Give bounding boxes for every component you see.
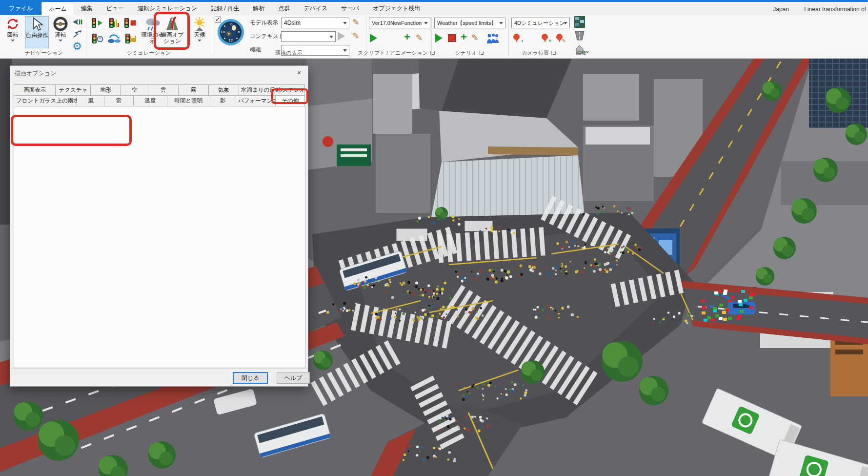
drive-button[interactable]: 運転 [51,16,70,48]
draw-options-label: 描画オプション [158,32,186,44]
scenario-edit-pencil-icon[interactable]: ✎ [471,33,478,43]
sun-icon [192,16,207,32]
menu-file[interactable]: ファイル [0,2,41,15]
dialog-title: 描画オプション [15,69,56,78]
flight-route-icon[interactable] [71,28,83,40]
group-navigation: ナビゲーション [25,49,63,57]
menu-device[interactable]: デバイス [297,2,334,15]
road-edit-icon[interactable] [574,30,585,41]
tab-weather[interactable]: 気象 [208,84,239,95]
tab-time-lighting[interactable]: 時間と照明 [167,95,210,106]
tab-performance[interactable]: パフォーマンス [236,95,276,106]
draw-options-dialog: 描画オプション × 画面表示 テクスチャ 地形 空 雲 霧 気象 水溜まりの反射… [10,65,308,387]
region-label: Japan [773,6,789,13]
weather-button[interactable]: 天候 [189,16,210,48]
tab-texture[interactable]: テクスチャ [55,84,91,95]
script-add-icon[interactable]: + [404,33,410,41]
model-display-label: モデル表示 [250,19,278,26]
scenario-launcher-icon[interactable] [480,51,484,55]
model-display-select[interactable]: 4Dsim [281,18,349,28]
script-launcher-icon[interactable] [430,51,435,55]
camera-position-select[interactable]: 4Dシミュレーション [511,18,570,28]
menu-analysis[interactable]: 解析 [246,2,271,15]
free-operation-label: 自由操作 [26,32,48,39]
group-env-display: 環境の表示 [275,49,302,57]
scenario-select[interactable]: Weather【speed limits】 [434,18,505,28]
menu-server[interactable]: サーバ [334,2,366,15]
road-paintbrush-icon [164,16,180,32]
group-scenario: シナリオ [455,49,484,57]
script-select[interactable]: Ver17.0NewFunction [369,18,430,28]
tab-fog[interactable]: 霧 [178,84,209,95]
signal-timer-icon[interactable] [90,33,105,44]
drive-dropdown-arrow[interactable] [59,40,62,41]
menu-object-detect[interactable]: オブジェクト検出 [366,2,427,15]
tab-row-2: フロントガラス上の雨水 風 雷 温度 時間と照明 影 パフォーマンス その他 [14,95,304,106]
pedestrians-icon[interactable] [486,34,500,43]
texture-edit-icon[interactable] [574,16,585,28]
tab-clouds[interactable]: 雲 [148,84,179,95]
context-select[interactable] [281,31,336,42]
menu-pointcloud[interactable]: 点群 [271,2,297,15]
tab-row-1: 画面表示 テクスチャ 地形 空 雲 霧 気象 水溜まりの反射/ステレオ [14,84,304,95]
menubar: ファイル ホーム 編集 ビュー 運転シミュレーション 記録 / 再生 解析 点群… [0,2,868,15]
flight-pause-icon[interactable] [71,16,83,28]
steering-wheel-icon [53,16,68,32]
tab-sky[interactable]: 空 [121,84,148,95]
script-play-icon[interactable] [370,34,377,42]
clock-18: 18 [221,30,225,34]
help-button[interactable]: ヘルプ [277,372,310,384]
menu-view[interactable]: ビュー [100,2,131,15]
menu-home[interactable]: ホーム [41,2,74,15]
moon-icon [232,25,238,31]
tab-terrain[interactable]: 地形 [90,84,121,95]
weather-dropdown-arrow[interactable] [198,40,202,41]
group-camera: カメラ位置 [522,49,556,57]
clock-12: 12 [228,38,233,42]
rotate-label: 回転 [7,32,19,38]
close-button[interactable]: 閉じる [233,372,268,384]
tab-wind[interactable]: 風 [77,95,104,106]
menu-driving-sim[interactable]: 運転シミュレーション [131,2,204,15]
model-edit-pencil-icon[interactable]: ✎ [352,17,359,27]
group-simulation: シミュレーション [127,49,171,57]
rotate-button[interactable]: 回転 [2,16,23,48]
environment-checkbox[interactable] [215,17,221,23]
settings-gear-icon[interactable]: ⚙ [71,41,83,52]
tab-other[interactable]: その他 [275,95,305,106]
tab-windshield-rain[interactable]: フロントガラス上の雨水 [14,95,77,106]
signal-save-icon[interactable] [123,33,139,44]
tab-panel-other [14,106,305,368]
context-edit-pencil-icon[interactable]: ✎ [352,31,359,41]
statusbar-right: Japan Linear transformation of [759,6,866,13]
time-clock-control[interactable]: 0 6 12 18 ☀ [218,19,244,45]
camera-edit-pin-icon[interactable]: ✎ [556,34,563,43]
traffic-stop-icon[interactable] [123,17,139,29]
tab-temperature[interactable]: 温度 [133,95,167,106]
draw-options-button[interactable]: 描画オプション [158,16,186,48]
camera-save-pin-icon[interactable]: ▪ [513,34,520,43]
menu-edit[interactable]: 編集 [74,2,100,15]
scenario-add-icon[interactable]: + [461,33,467,41]
transform-label: Linear transformation of [804,6,866,13]
dialog-close-button[interactable]: × [291,66,307,79]
tab-puddle-reflection[interactable]: 水溜まりの反射/ステレオ [239,84,305,95]
script-edit-pencil-icon[interactable]: ✎ [416,33,423,43]
camera-launcher-icon[interactable] [551,51,556,55]
traffic-swap-icon[interactable] [106,33,122,44]
scenario-play-icon[interactable] [435,34,443,42]
group-script: スクリプト / アニメーション [358,49,435,57]
tab-shadow[interactable]: 影 [210,95,236,106]
free-operation-button[interactable]: 自由操作 [25,16,49,48]
dialog-titlebar[interactable]: 描画オプション × [10,66,308,80]
traffic-start-icon[interactable] [90,17,105,29]
sun-spark-icon: ☀ [226,30,232,38]
tab-thunder[interactable]: 雷 [104,95,134,106]
traffic-phase-icon[interactable] [106,17,122,29]
camera-add-pin-icon[interactable]: + [542,34,548,43]
tab-screen-display[interactable]: 画面表示 [14,84,56,95]
menu-record-play[interactable]: 記録 / 再生 [204,2,246,15]
rotate-dropdown-arrow[interactable] [11,40,15,41]
scenario-stop-icon[interactable] [448,34,456,42]
ribbon: 回転 自由操作 運転 ⚙ [0,15,868,59]
